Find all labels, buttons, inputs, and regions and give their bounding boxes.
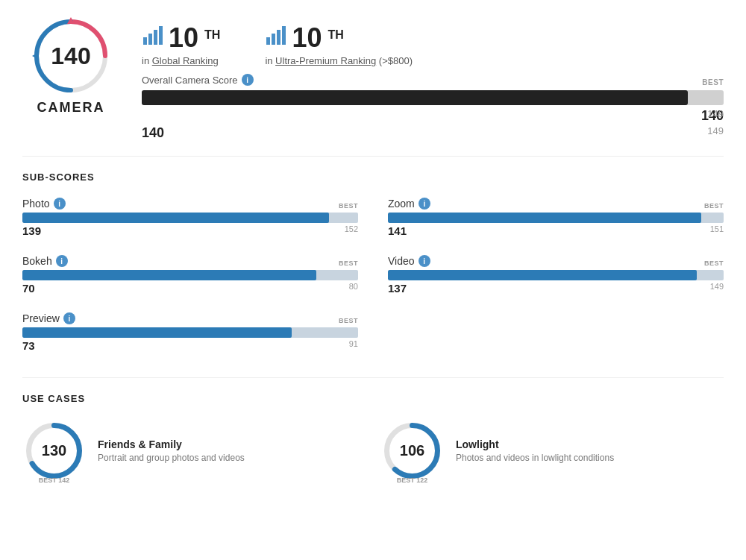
sub-score-zoom: Zoom i BEST 141 151 bbox=[388, 198, 724, 237]
sub-scores-title: SUB-SCORES bbox=[22, 172, 724, 183]
bokeh-best: 80 bbox=[349, 282, 358, 295]
zoom-bar-bg bbox=[388, 213, 724, 223]
logo-section: 140 CAMERA bbox=[22, 15, 119, 116]
lowlight-best: BEST 122 bbox=[397, 476, 428, 484]
zoom-bar-fill bbox=[388, 213, 701, 223]
bokeh-bar-fill bbox=[22, 270, 316, 280]
zoom-bar-wrap: BEST 141 151 bbox=[388, 213, 724, 237]
ultra-premium-ranking: 10 TH in Ultra-Premium Ranking (>$800) bbox=[265, 22, 413, 66]
overall-current-value: 140 149 bbox=[142, 108, 724, 124]
video-bar-wrap: BEST 137 149 bbox=[388, 270, 724, 295]
score-circle: 140 bbox=[30, 15, 112, 97]
video-info-icon[interactable]: i bbox=[419, 255, 430, 267]
video-bar-bg bbox=[388, 270, 724, 280]
preview-info-icon[interactable]: i bbox=[63, 312, 75, 324]
bar-chart-icon-1 bbox=[142, 25, 163, 51]
preview-bar-wrap: BEST 73 91 bbox=[22, 327, 358, 352]
photo-bar-fill bbox=[22, 213, 329, 223]
svg-rect-7 bbox=[266, 37, 270, 45]
overall-score-section: Overall Camera Score i BEST 140 149 140 … bbox=[142, 66, 724, 141]
sub-scores-grid: Photo i BEST 139 152 Zoom i BEST bbox=[22, 198, 724, 362]
photo-bar-wrap: BEST 139 152 bbox=[22, 213, 358, 237]
use-cases-section: USE CASES 130 BEST 142 Friends & Family … bbox=[22, 377, 724, 490]
bokeh-bar-bg bbox=[22, 270, 358, 280]
photo-label: Photo i bbox=[22, 198, 358, 210]
friends-family-desc: Portrait and group photos and videos bbox=[98, 453, 245, 463]
overall-bar-fill bbox=[142, 90, 688, 105]
ultra-rank-desc: in Ultra-Premium Ranking (>$800) bbox=[265, 55, 413, 66]
ultra-ranking-link[interactable]: Ultra-Premium Ranking bbox=[275, 55, 376, 66]
overall-best-label: BEST bbox=[702, 78, 724, 86]
video-label: Video i bbox=[388, 255, 724, 267]
global-ranking: 10 TH in Global Ranking bbox=[142, 22, 220, 66]
bokeh-bar-wrap: BEST 70 80 bbox=[22, 270, 358, 295]
sub-score-photo: Photo i BEST 139 152 bbox=[22, 198, 358, 237]
lowlight-name: Lowlight bbox=[456, 438, 614, 450]
svg-rect-6 bbox=[159, 26, 163, 45]
donut-friends-family: 130 BEST 142 bbox=[22, 419, 86, 482]
photo-value: 139 bbox=[22, 224, 41, 237]
use-case-lowlight: 106 BEST 122 Lowlight Photos and videos … bbox=[380, 419, 724, 482]
global-rank-number: 10 bbox=[169, 22, 198, 54]
overall-bar-bg bbox=[142, 90, 724, 105]
bokeh-value: 70 bbox=[22, 282, 35, 295]
svg-rect-3 bbox=[143, 37, 147, 45]
zoom-label: Zoom i bbox=[388, 198, 724, 210]
preview-bar-fill bbox=[22, 327, 292, 338]
rankings: 10 TH in Global Ranking bbox=[142, 15, 724, 66]
svg-rect-9 bbox=[277, 30, 280, 45]
svg-rect-8 bbox=[272, 34, 275, 45]
video-best: 149 bbox=[710, 282, 724, 295]
ultra-rank-number: 10 bbox=[292, 22, 322, 54]
bar-chart-icon-2 bbox=[265, 25, 286, 51]
overall-score-display: 140 bbox=[142, 125, 164, 141]
bokeh-label: Bokeh i bbox=[22, 255, 358, 267]
preview-best: 91 bbox=[349, 339, 358, 352]
friends-family-value: 130 bbox=[42, 442, 66, 459]
lowlight-desc: Photos and videos in lowlight conditions bbox=[456, 453, 614, 463]
lowlight-info: Lowlight Photos and videos in lowlight c… bbox=[456, 438, 614, 463]
score-value: 140 bbox=[51, 43, 90, 70]
zoom-value: 141 bbox=[388, 224, 407, 237]
use-case-friends-family: 130 BEST 142 Friends & Family Portrait a… bbox=[22, 419, 366, 482]
video-bar-fill bbox=[388, 270, 697, 280]
global-rank-desc: in Global Ranking bbox=[142, 55, 220, 66]
photo-best: 152 bbox=[345, 224, 358, 237]
camera-label: CAMERA bbox=[37, 100, 105, 116]
bokeh-info-icon[interactable]: i bbox=[56, 255, 68, 267]
overall-info-icon[interactable]: i bbox=[242, 74, 254, 86]
svg-rect-5 bbox=[154, 30, 157, 45]
use-cases-grid: 130 BEST 142 Friends & Family Portrait a… bbox=[22, 419, 724, 482]
svg-rect-4 bbox=[148, 34, 152, 45]
video-value: 137 bbox=[388, 282, 407, 295]
preview-label: Preview i bbox=[22, 312, 358, 324]
use-cases-title: USE CASES bbox=[22, 393, 724, 404]
ultra-rank-suffix: TH bbox=[327, 28, 343, 42]
sub-scores-section: SUB-SCORES Photo i BEST 139 152 Zoom bbox=[22, 157, 724, 370]
global-ranking-link[interactable]: Global Ranking bbox=[152, 55, 219, 66]
friends-family-info: Friends & Family Portrait and group phot… bbox=[98, 438, 245, 463]
friends-family-name: Friends & Family bbox=[98, 438, 245, 450]
sub-score-preview: Preview i BEST 73 91 bbox=[22, 312, 358, 352]
zoom-best: 151 bbox=[710, 224, 724, 237]
friends-family-best: BEST 142 bbox=[39, 476, 70, 484]
donut-lowlight: 106 BEST 122 bbox=[380, 419, 444, 482]
sub-score-video: Video i BEST 137 149 bbox=[388, 255, 724, 295]
photo-info-icon[interactable]: i bbox=[54, 198, 66, 210]
zoom-info-icon[interactable]: i bbox=[419, 198, 430, 210]
header: 140 CAMERA 10 TH bbox=[22, 15, 724, 157]
photo-bar-bg bbox=[22, 213, 358, 223]
global-rank-suffix: TH bbox=[204, 28, 220, 42]
sub-score-bokeh: Bokeh i BEST 70 80 bbox=[22, 255, 358, 295]
preview-value: 73 bbox=[22, 339, 35, 352]
svg-rect-10 bbox=[282, 26, 286, 45]
overall-bar-wrap: BEST 140 149 140 149 bbox=[142, 90, 724, 141]
preview-bar-bg bbox=[22, 327, 358, 338]
lowlight-value: 106 bbox=[400, 442, 424, 459]
overall-label: Overall Camera Score i bbox=[142, 74, 724, 86]
overall-best-display: 149 bbox=[707, 125, 724, 141]
